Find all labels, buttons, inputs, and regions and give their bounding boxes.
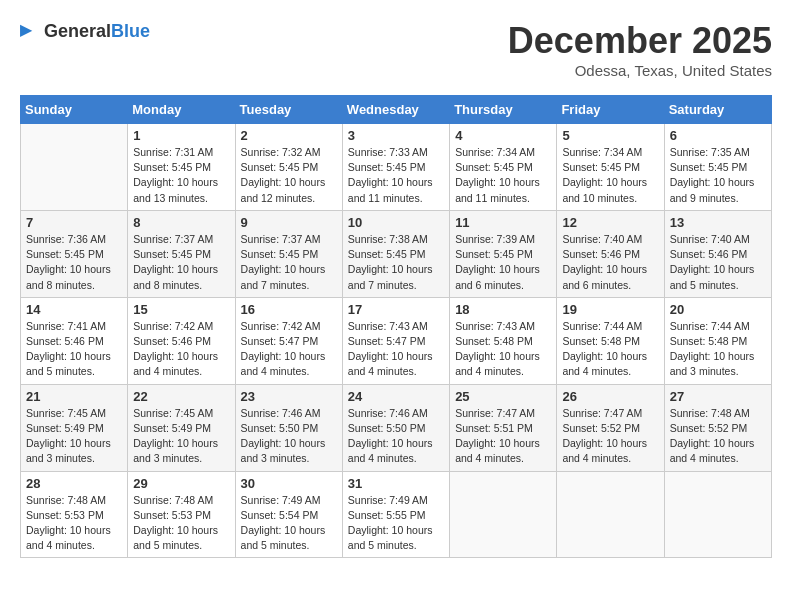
day-number: 30 (241, 476, 337, 491)
calendar-cell: 29Sunrise: 7:48 AMSunset: 5:53 PMDayligh… (128, 471, 235, 558)
calendar-cell: 18Sunrise: 7:43 AMSunset: 5:48 PMDayligh… (450, 297, 557, 384)
day-info: Sunrise: 7:46 AMSunset: 5:50 PMDaylight:… (241, 406, 337, 467)
day-info: Sunrise: 7:40 AMSunset: 5:46 PMDaylight:… (670, 232, 766, 293)
weekday-header-sunday: Sunday (21, 96, 128, 124)
day-number: 11 (455, 215, 551, 230)
day-info: Sunrise: 7:33 AMSunset: 5:45 PMDaylight:… (348, 145, 444, 206)
day-number: 2 (241, 128, 337, 143)
weekday-header-saturday: Saturday (664, 96, 771, 124)
week-row-1: 1Sunrise: 7:31 AMSunset: 5:45 PMDaylight… (21, 124, 772, 211)
logo: ▶ GeneralBlue (20, 20, 150, 42)
calendar-cell: 8Sunrise: 7:37 AMSunset: 5:45 PMDaylight… (128, 210, 235, 297)
day-info: Sunrise: 7:46 AMSunset: 5:50 PMDaylight:… (348, 406, 444, 467)
day-number: 29 (133, 476, 229, 491)
weekday-header-row: SundayMondayTuesdayWednesdayThursdayFrid… (21, 96, 772, 124)
weekday-header-monday: Monday (128, 96, 235, 124)
month-title: December 2025 (508, 20, 772, 62)
day-info: Sunrise: 7:45 AMSunset: 5:49 PMDaylight:… (133, 406, 229, 467)
calendar-cell: 19Sunrise: 7:44 AMSunset: 5:48 PMDayligh… (557, 297, 664, 384)
calendar-cell (557, 471, 664, 558)
day-number: 24 (348, 389, 444, 404)
day-info: Sunrise: 7:42 AMSunset: 5:46 PMDaylight:… (133, 319, 229, 380)
logo-general-text: General (44, 21, 111, 41)
calendar-cell: 23Sunrise: 7:46 AMSunset: 5:50 PMDayligh… (235, 384, 342, 471)
day-info: Sunrise: 7:43 AMSunset: 5:48 PMDaylight:… (455, 319, 551, 380)
calendar-cell: 1Sunrise: 7:31 AMSunset: 5:45 PMDaylight… (128, 124, 235, 211)
calendar-cell: 31Sunrise: 7:49 AMSunset: 5:55 PMDayligh… (342, 471, 449, 558)
day-info: Sunrise: 7:34 AMSunset: 5:45 PMDaylight:… (455, 145, 551, 206)
day-number: 22 (133, 389, 229, 404)
weekday-header-thursday: Thursday (450, 96, 557, 124)
week-row-2: 7Sunrise: 7:36 AMSunset: 5:45 PMDaylight… (21, 210, 772, 297)
day-number: 21 (26, 389, 122, 404)
day-number: 16 (241, 302, 337, 317)
day-number: 10 (348, 215, 444, 230)
calendar-cell: 22Sunrise: 7:45 AMSunset: 5:49 PMDayligh… (128, 384, 235, 471)
calendar-cell: 9Sunrise: 7:37 AMSunset: 5:45 PMDaylight… (235, 210, 342, 297)
day-number: 26 (562, 389, 658, 404)
calendar-cell (450, 471, 557, 558)
week-row-3: 14Sunrise: 7:41 AMSunset: 5:46 PMDayligh… (21, 297, 772, 384)
day-info: Sunrise: 7:43 AMSunset: 5:47 PMDaylight:… (348, 319, 444, 380)
week-row-4: 21Sunrise: 7:45 AMSunset: 5:49 PMDayligh… (21, 384, 772, 471)
calendar-cell (21, 124, 128, 211)
calendar-cell: 5Sunrise: 7:34 AMSunset: 5:45 PMDaylight… (557, 124, 664, 211)
day-info: Sunrise: 7:47 AMSunset: 5:51 PMDaylight:… (455, 406, 551, 467)
weekday-header-wednesday: Wednesday (342, 96, 449, 124)
day-info: Sunrise: 7:47 AMSunset: 5:52 PMDaylight:… (562, 406, 658, 467)
week-row-5: 28Sunrise: 7:48 AMSunset: 5:53 PMDayligh… (21, 471, 772, 558)
calendar-cell: 14Sunrise: 7:41 AMSunset: 5:46 PMDayligh… (21, 297, 128, 384)
day-info: Sunrise: 7:48 AMSunset: 5:53 PMDaylight:… (26, 493, 122, 554)
calendar-cell: 3Sunrise: 7:33 AMSunset: 5:45 PMDaylight… (342, 124, 449, 211)
day-number: 31 (348, 476, 444, 491)
day-number: 9 (241, 215, 337, 230)
calendar-cell: 7Sunrise: 7:36 AMSunset: 5:45 PMDaylight… (21, 210, 128, 297)
day-number: 18 (455, 302, 551, 317)
day-info: Sunrise: 7:32 AMSunset: 5:45 PMDaylight:… (241, 145, 337, 206)
day-number: 3 (348, 128, 444, 143)
day-number: 28 (26, 476, 122, 491)
day-info: Sunrise: 7:40 AMSunset: 5:46 PMDaylight:… (562, 232, 658, 293)
calendar-cell: 27Sunrise: 7:48 AMSunset: 5:52 PMDayligh… (664, 384, 771, 471)
calendar-cell: 25Sunrise: 7:47 AMSunset: 5:51 PMDayligh… (450, 384, 557, 471)
calendar-table: SundayMondayTuesdayWednesdayThursdayFrid… (20, 95, 772, 558)
day-number: 25 (455, 389, 551, 404)
calendar-cell: 30Sunrise: 7:49 AMSunset: 5:54 PMDayligh… (235, 471, 342, 558)
calendar-cell: 12Sunrise: 7:40 AMSunset: 5:46 PMDayligh… (557, 210, 664, 297)
calendar-cell (664, 471, 771, 558)
day-number: 5 (562, 128, 658, 143)
day-info: Sunrise: 7:34 AMSunset: 5:45 PMDaylight:… (562, 145, 658, 206)
day-number: 14 (26, 302, 122, 317)
day-info: Sunrise: 7:41 AMSunset: 5:46 PMDaylight:… (26, 319, 122, 380)
calendar-cell: 28Sunrise: 7:48 AMSunset: 5:53 PMDayligh… (21, 471, 128, 558)
calendar-cell: 16Sunrise: 7:42 AMSunset: 5:47 PMDayligh… (235, 297, 342, 384)
location-text: Odessa, Texas, United States (508, 62, 772, 79)
calendar-cell: 13Sunrise: 7:40 AMSunset: 5:46 PMDayligh… (664, 210, 771, 297)
logo-icon: ▶ (20, 20, 42, 42)
day-info: Sunrise: 7:49 AMSunset: 5:55 PMDaylight:… (348, 493, 444, 554)
calendar-cell: 21Sunrise: 7:45 AMSunset: 5:49 PMDayligh… (21, 384, 128, 471)
day-number: 12 (562, 215, 658, 230)
day-info: Sunrise: 7:49 AMSunset: 5:54 PMDaylight:… (241, 493, 337, 554)
svg-text:▶: ▶ (20, 20, 33, 38)
day-number: 17 (348, 302, 444, 317)
day-info: Sunrise: 7:42 AMSunset: 5:47 PMDaylight:… (241, 319, 337, 380)
day-info: Sunrise: 7:36 AMSunset: 5:45 PMDaylight:… (26, 232, 122, 293)
day-number: 7 (26, 215, 122, 230)
calendar-cell: 24Sunrise: 7:46 AMSunset: 5:50 PMDayligh… (342, 384, 449, 471)
day-number: 27 (670, 389, 766, 404)
day-info: Sunrise: 7:45 AMSunset: 5:49 PMDaylight:… (26, 406, 122, 467)
day-number: 8 (133, 215, 229, 230)
weekday-header-friday: Friday (557, 96, 664, 124)
calendar-cell: 17Sunrise: 7:43 AMSunset: 5:47 PMDayligh… (342, 297, 449, 384)
day-info: Sunrise: 7:38 AMSunset: 5:45 PMDaylight:… (348, 232, 444, 293)
day-number: 6 (670, 128, 766, 143)
day-number: 20 (670, 302, 766, 317)
day-info: Sunrise: 7:44 AMSunset: 5:48 PMDaylight:… (562, 319, 658, 380)
day-info: Sunrise: 7:39 AMSunset: 5:45 PMDaylight:… (455, 232, 551, 293)
day-info: Sunrise: 7:37 AMSunset: 5:45 PMDaylight:… (241, 232, 337, 293)
title-area: December 2025 Odessa, Texas, United Stat… (508, 20, 772, 79)
calendar-cell: 6Sunrise: 7:35 AMSunset: 5:45 PMDaylight… (664, 124, 771, 211)
calendar-cell: 20Sunrise: 7:44 AMSunset: 5:48 PMDayligh… (664, 297, 771, 384)
day-number: 23 (241, 389, 337, 404)
